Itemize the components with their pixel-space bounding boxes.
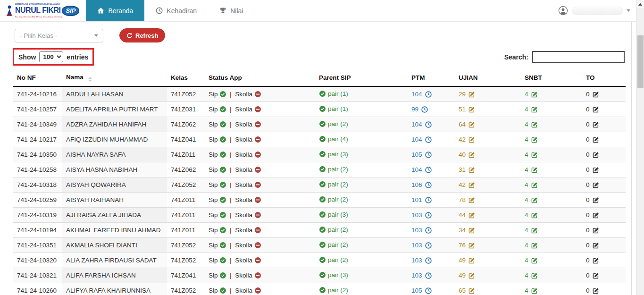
snbt-edit-link[interactable]: 4	[525, 106, 538, 113]
to-edit-link[interactable]: 0	[586, 287, 599, 294]
ptm-link[interactable]: 104	[411, 166, 432, 173]
class-select[interactable]: - Pilih Kelas -	[15, 29, 103, 42]
parent-sip-link[interactable]: pair (2)	[319, 226, 348, 233]
snbt-edit-link[interactable]: 4	[525, 257, 538, 264]
ptm-link[interactable]: 103	[411, 227, 432, 234]
parent-sip-link[interactable]: pair (2)	[319, 166, 348, 173]
ptm-link[interactable]: 105	[411, 287, 432, 294]
minus-circle-icon	[255, 152, 261, 158]
snbt-edit-link[interactable]: 4	[525, 196, 538, 203]
snbt-edit-link[interactable]: 4	[525, 272, 538, 279]
ptm-link[interactable]: 103	[411, 211, 432, 219]
parent-sip-link[interactable]: pair (2)	[319, 196, 348, 203]
scrollbar-up-button[interactable]	[636, 0, 644, 8]
col-header-parent-sip[interactable]: Parent SIP	[315, 70, 408, 86]
to-edit-link[interactable]: 0	[586, 227, 599, 234]
status-sip-label: Sip	[209, 257, 218, 264]
tab-nilai[interactable]: Nilai	[208, 0, 254, 21]
ujian-edit-link[interactable]: 34	[459, 227, 475, 234]
parent-sip-link[interactable]: pair (2)	[319, 181, 348, 188]
ptm-link[interactable]: 104	[411, 121, 432, 128]
parent-sip-link[interactable]: pair (3)	[319, 151, 348, 158]
ujian-edit-link[interactable]: 51	[459, 106, 475, 113]
col-header-ujian[interactable]: UJIAN	[455, 70, 521, 86]
ujian-edit-link[interactable]: 49	[459, 272, 475, 279]
to-edit-link[interactable]: 0	[586, 151, 599, 158]
ujian-edit-link[interactable]: 31	[459, 166, 475, 173]
col-header-status-app[interactable]: Status App	[205, 70, 315, 86]
to-edit-link[interactable]: 0	[586, 181, 599, 188]
to-edit-link[interactable]: 0	[586, 121, 599, 128]
snbt-edit-link[interactable]: 4	[525, 136, 538, 143]
ptm-link[interactable]: 103	[411, 257, 432, 264]
user-menu[interactable]	[558, 0, 636, 21]
tab-nilai-label: Nilai	[230, 7, 243, 15]
cell-status-app: Sip | Skolla	[205, 223, 315, 238]
snbt-edit-link[interactable]: 4	[525, 91, 538, 98]
ptm-link[interactable]: 104	[411, 136, 432, 143]
col-header-no-nf[interactable]: No NF	[13, 70, 62, 86]
check-circle-icon	[220, 136, 226, 143]
page-length-select[interactable]: 100	[39, 51, 63, 62]
ptm-link[interactable]: 101	[411, 196, 432, 203]
col-header-ptm[interactable]: PTM	[408, 70, 455, 86]
col-header-snbt[interactable]: SNBT	[521, 70, 582, 86]
ptm-link[interactable]: 106	[411, 181, 432, 188]
parent-sip-link[interactable]: pair (2)	[319, 120, 348, 127]
snbt-edit-link[interactable]: 4	[525, 166, 538, 173]
to-edit-link[interactable]: 0	[586, 91, 599, 98]
tab-beranda[interactable]: Beranda	[86, 0, 144, 21]
to-edit-link[interactable]: 0	[586, 257, 599, 264]
search-input[interactable]	[532, 51, 625, 63]
snbt-edit-link[interactable]: 4	[525, 211, 538, 219]
refresh-button[interactable]: Refresh	[119, 28, 165, 42]
col-header-nama[interactable]: Nama	[62, 70, 167, 86]
snbt-edit-link[interactable]: 4	[525, 121, 538, 128]
snbt-edit-link[interactable]: 4	[525, 242, 538, 249]
ptm-link[interactable]: 105	[411, 151, 432, 158]
parent-sip-link[interactable]: pair (2)	[319, 287, 348, 294]
brand-logo[interactable]: BIMBINGAN DAN KONSULTASI BELAJAR NURUL F…	[0, 0, 83, 21]
parent-sip-link[interactable]: pair (3)	[319, 211, 348, 218]
to-edit-link[interactable]: 0	[586, 166, 599, 173]
tab-kehadiran[interactable]: Kehadiran	[144, 0, 208, 21]
parent-sip-link[interactable]: pair (4)	[319, 135, 348, 143]
col-header-kelas[interactable]: Kelas	[167, 70, 205, 86]
ujian-edit-link[interactable]: 40	[459, 151, 475, 158]
to-edit-link[interactable]: 0	[586, 196, 599, 203]
ujian-edit-link[interactable]: 29	[459, 91, 475, 98]
ptm-link[interactable]: 99	[411, 106, 428, 113]
snbt-edit-link[interactable]: 4	[525, 181, 538, 188]
ujian-edit-link[interactable]: 42	[459, 181, 475, 188]
ujian-edit-link[interactable]: 42	[459, 136, 475, 143]
scrollbar-thumb[interactable]	[637, 35, 644, 88]
ujian-edit-link[interactable]: 65	[459, 287, 475, 294]
ptm-link[interactable]: 103	[411, 242, 432, 249]
cell-ptm: 104	[408, 86, 455, 102]
ujian-edit-link[interactable]: 76	[459, 242, 475, 249]
cell-nama: AISYAH RAIHANAH	[62, 193, 167, 208]
status-sip-label: Sip	[209, 227, 218, 234]
ptm-link[interactable]: 103	[411, 272, 432, 279]
edit-icon	[531, 91, 538, 98]
ujian-edit-link[interactable]: 44	[459, 211, 475, 219]
col-header-to[interactable]: TO	[582, 70, 626, 86]
snbt-edit-link[interactable]: 4	[525, 287, 538, 294]
parent-sip-link[interactable]: pair (1)	[319, 90, 348, 97]
to-edit-link[interactable]: 0	[586, 211, 599, 219]
parent-sip-link[interactable]: pair (2)	[319, 256, 348, 263]
parent-sip-link[interactable]: pair (3)	[319, 271, 348, 278]
ujian-edit-link[interactable]: 64	[459, 121, 475, 128]
to-edit-link[interactable]: 0	[586, 136, 599, 143]
to-edit-link[interactable]: 0	[586, 242, 599, 249]
to-edit-link[interactable]: 0	[586, 272, 599, 279]
parent-sip-link[interactable]: pair (1)	[319, 105, 348, 112]
to-edit-link[interactable]: 0	[586, 106, 599, 113]
ujian-edit-link[interactable]: 78	[459, 196, 475, 203]
snbt-edit-link[interactable]: 4	[525, 151, 538, 158]
ptm-link[interactable]: 104	[411, 91, 432, 98]
snbt-edit-link[interactable]: 4	[525, 227, 538, 234]
ujian-edit-link[interactable]: 49	[459, 257, 475, 264]
parent-sip-link[interactable]: pair (2)	[319, 241, 348, 248]
status-separator: |	[228, 211, 234, 219]
